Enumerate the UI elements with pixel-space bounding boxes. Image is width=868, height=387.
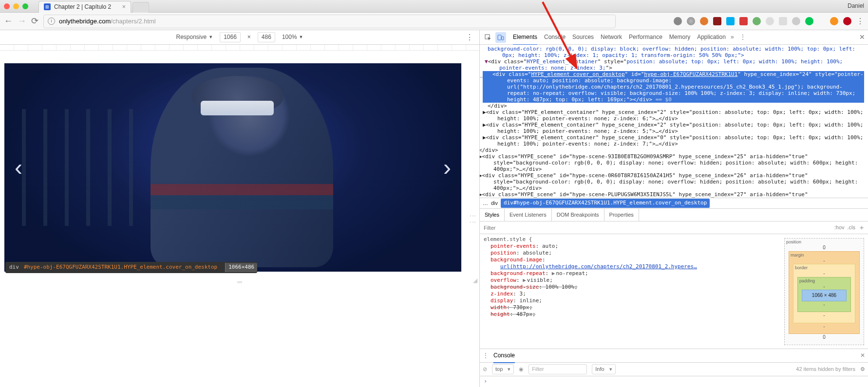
ext-icon[interactable] [766,17,774,25]
console-prompt[interactable]: › [480,376,868,387]
drawer-tab-console[interactable]: Console [493,351,515,363]
tab-title: Chapter 2 | Capítulo 2 [54,3,119,11]
drawer-close-icon[interactable]: ✕ [860,351,865,359]
pane-tab-properties[interactable]: Properties [604,209,639,221]
titlebar: ⊞ Chapter 2 | Capítulo 2 × Daniel [0,0,868,13]
css-decl[interactable]: overflow: ▶visible; [484,277,776,284]
css-decl[interactable]: background-image: url(http://onlythebrid… [484,257,776,270]
css-decl[interactable]: display: inline; [484,297,776,304]
css-selector[interactable]: element.style { [484,236,776,243]
zoom-select[interactable]: 100%▼ [282,33,303,41]
ext-icon[interactable] [739,17,748,25]
back-button[interactable]: ← [4,15,13,27]
height-input[interactable]: 486 [258,32,275,42]
gutter-dots: ⋯ [480,74,483,80]
next-arrow-icon[interactable]: › [439,153,455,182]
hov-toggle[interactable]: :hov [834,224,845,231]
crumb-selected[interactable]: div#hype-obj-E67QGFUZARX42STRK1U1.HYPE_e… [501,199,710,208]
pane-tab-listeners[interactable]: Event Listeners [505,209,552,221]
tree-line[interactable]: ▼<div class="HYPE_element_container" sty… [483,58,864,71]
crumb-ellipsis[interactable]: … [483,200,488,207]
viewport-highlight[interactable]: ‹ › [4,63,461,272]
css-decl[interactable]: z-index: 3; [484,291,776,297]
pinterest-icon[interactable] [843,17,851,25]
inspect-icon[interactable] [483,32,493,43]
cls-toggle[interactable]: .cls [848,224,856,231]
ext-icon[interactable] [753,17,761,25]
level-select[interactable]: Info [592,364,615,374]
tab-console[interactable]: Console [544,33,566,41]
css-decl[interactable]: background-repeat: ▶no-repeat; [484,270,776,277]
tree-line[interactable]: ▶<div class="HYPE_scene" id="hype-scene-… [483,153,864,172]
tab-application[interactable]: Application [697,33,726,41]
tree-line[interactable]: </div> [483,103,864,109]
devtools-close-icon[interactable]: ✕ [859,33,865,42]
css-rules[interactable]: element.style { pointer-events: auto;pos… [480,234,780,349]
elements-tree[interactable]: background-color: rgb(0, 0, 0); display:… [480,45,868,198]
console-settings-icon[interactable]: ⚙ [860,366,865,373]
overflow-menu-icon[interactable]: ⋮ [856,16,864,27]
tree-line[interactable]: ▶<div class="HYPE_element_container" hyp… [483,122,864,134]
star-icon[interactable] [779,17,787,25]
console-filter-input[interactable]: Filter [528,364,587,374]
context-select[interactable]: top [492,364,514,374]
clear-console-icon[interactable]: ⊘ [483,366,487,373]
pane-tab-dom-bp[interactable]: DOM Breakpoints [552,209,604,221]
ext-icon[interactable] [674,17,682,25]
prev-arrow-icon[interactable]: ‹ [10,153,27,182]
close-traffic-light[interactable] [4,3,10,9]
extension-icons: ⋮ [674,16,864,27]
tab-sources[interactable]: Sources [572,33,594,41]
reload-button[interactable]: ⟳ [31,15,38,27]
resize-handle-right[interactable]: ⋮⋮ [469,213,477,225]
device-toolbar: Responsive▼ 1066 × 486 100%▼ ⋮ [0,30,479,45]
tree-line[interactable]: ▶<div class="HYPE_element_container" hyp… [483,109,864,122]
css-decl[interactable]: width: 730px; [484,304,776,311]
tree-line[interactable]: background-color: rgb(0, 0, 0); display:… [483,46,864,58]
devtools-menu-icon[interactable]: ⋮ [740,33,746,41]
device-menu-icon[interactable]: ⋮ [466,32,473,43]
tree-line[interactable]: ▶<div class="HYPE_element_container" hyp… [483,134,864,147]
tab-elements[interactable]: Elements [513,33,537,45]
tree-line-selected[interactable]: <div class="HYPE_element cover_on_deskto… [483,71,864,103]
width-input[interactable]: 1066 [220,32,241,42]
styles-filter-input[interactable] [483,224,831,231]
pane-tab-styles[interactable]: Styles [480,209,505,221]
resize-handle-corner[interactable]: ◢ [473,276,477,284]
tree-line[interactable]: </div> [483,147,864,153]
css-decl[interactable]: position: absolute; [484,250,776,257]
tree-line[interactable]: ▶<div class="HYPE_scene" id="hype-scene-… [483,191,864,198]
tree-line[interactable]: ▶<div class="HYPE_scene" id="hype-scene-… [483,172,864,191]
ext-icon[interactable] [830,17,838,25]
site-info-icon[interactable]: i [48,18,55,25]
tab-network[interactable]: Network [601,33,622,41]
skype-icon[interactable] [726,17,735,25]
crumb-item[interactable]: div [491,200,498,207]
browser-tab[interactable]: ⊞ Chapter 2 | Capítulo 2 × [38,1,131,13]
css-decl[interactable]: background-size: 100% 100%; [484,284,776,291]
new-rule-icon[interactable]: ＋ [858,223,865,232]
ext-icon[interactable] [687,17,695,25]
ext-icon[interactable] [805,17,813,25]
breadcrumb[interactable]: … div div#hype-obj-E67QGFUZARX42STRK1U1.… [480,198,868,208]
live-expr-icon[interactable]: ◉ [519,366,524,373]
drawer-menu-icon[interactable]: ⋮ [483,351,489,359]
minimize-traffic-light[interactable] [13,3,19,9]
ext-icon[interactable] [792,17,800,25]
tab-performance[interactable]: Performance [629,33,662,41]
address-bar[interactable]: i onlythebridge.com/chapters/2.html [43,15,616,28]
ext-icon[interactable] [700,17,708,25]
css-decl[interactable]: pointer-events: auto; [484,243,776,250]
forward-button: → [18,15,26,27]
css-decl[interactable]: height: 487px; [484,311,776,318]
zoom-traffic-light[interactable] [22,3,28,9]
new-tab-button[interactable] [132,2,149,13]
box-content: 1066 × 486 [802,290,847,301]
close-tab-icon[interactable]: × [122,2,126,11]
device-mode-icon[interactable] [495,32,506,43]
tabs-overflow-icon[interactable]: » [731,33,734,41]
ublock-icon[interactable] [713,17,721,25]
resize-handle-bottom[interactable]: ═ [237,277,242,287]
tab-memory[interactable]: Memory [669,33,690,41]
device-select[interactable]: Responsive▼ [176,33,213,41]
